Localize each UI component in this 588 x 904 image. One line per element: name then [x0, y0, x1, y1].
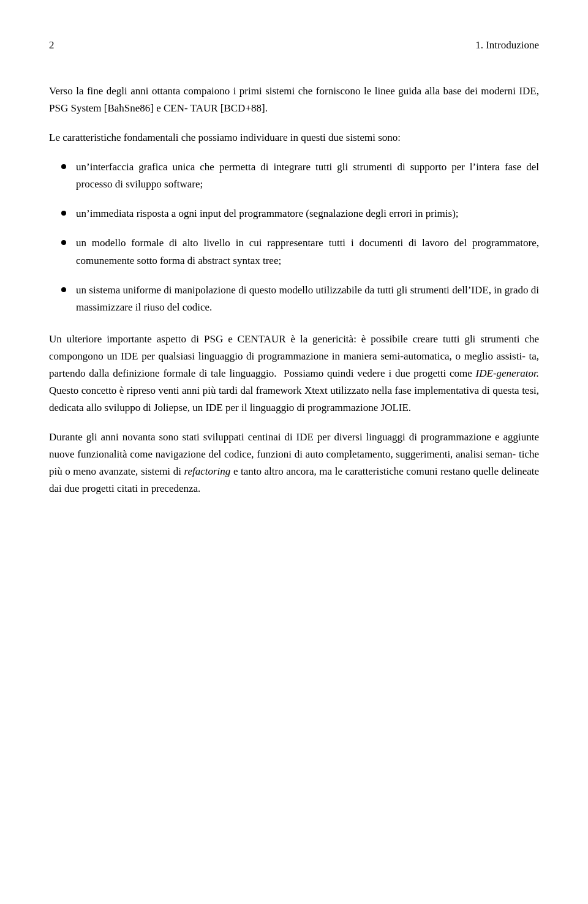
genericity-paragraph: Un ulteriore importante aspetto di PSG e…	[49, 331, 539, 416]
intro-text: Verso la fine degli anni ottanta compaio…	[49, 85, 539, 114]
bullet-dot-icon	[61, 164, 66, 169]
ide-generator-italic: IDE-generator.	[476, 367, 539, 379]
genericity-text-1: Un ulteriore importante aspetto di PSG e…	[49, 333, 539, 379]
novanta-paragraph: Durante gli anni novanta sono stati svil…	[49, 429, 539, 497]
chapter-title: 1. Introduzione	[475, 37, 539, 53]
bullet-dot-icon	[61, 240, 66, 245]
page: 2 1. Introduzione Verso la fine degli an…	[0, 0, 588, 904]
page-number: 2	[49, 37, 55, 53]
bullet-text-3: un sistema uniforme di manipolazione di …	[76, 282, 539, 316]
refactoring-italic: refactoring	[184, 465, 230, 477]
bullet-text-2: un modello formale di alto livello in cu…	[76, 235, 539, 269]
bullet-dot-icon	[61, 211, 66, 216]
list-item: un’immediata risposta a ogni input del p…	[49, 205, 539, 222]
bullet-dot-icon	[61, 287, 66, 292]
intro-paragraph2: Le caratteristiche fondamentali che poss…	[49, 129, 539, 146]
page-header: 2 1. Introduzione	[49, 37, 539, 53]
feature-list: un’interfaccia grafica unica che permett…	[49, 159, 539, 315]
bullet-text-1: un’immediata risposta a ogni input del p…	[76, 205, 539, 222]
list-item: un modello formale di alto livello in cu…	[49, 235, 539, 269]
intro-text2: Le caratteristiche fondamentali che poss…	[49, 132, 401, 143]
genericity-text-2: Questo concetto è ripreso venti anni più…	[49, 385, 539, 413]
list-item: un’interfaccia grafica unica che permett…	[49, 159, 539, 193]
main-content: Verso la fine degli anni ottanta compaio…	[49, 83, 539, 497]
bullet-text-0: un’interfaccia grafica unica che permett…	[76, 159, 539, 193]
list-item: un sistema uniforme di manipolazione di …	[49, 282, 539, 316]
intro-paragraph: Verso la fine degli anni ottanta compaio…	[49, 83, 539, 117]
